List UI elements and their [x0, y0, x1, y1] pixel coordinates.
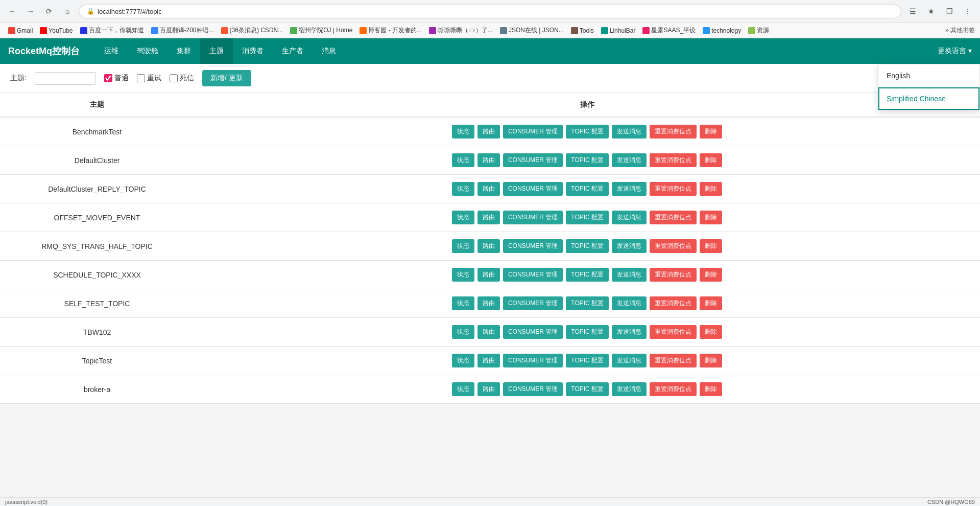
delete-button[interactable]: 删除 [700, 354, 722, 367]
zoom-button[interactable]: ❐ [942, 4, 957, 18]
topic-search-input[interactable] [35, 72, 96, 85]
delete-button[interactable]: 删除 [700, 325, 722, 339]
bookmark-item[interactable]: Gmail [5, 25, 36, 36]
delete-button[interactable]: 删除 [700, 268, 722, 282]
delete-button[interactable]: 删除 [700, 296, 722, 310]
consumer-manage-button[interactable]: CONSUMER 管理 [503, 296, 563, 310]
bookmark-item[interactable]: 百度翻译-200种语... [148, 25, 217, 36]
send-msg-button[interactable]: 发送消息 [612, 268, 647, 282]
reset-consumer-button[interactable]: 重置消费位点 [650, 268, 697, 282]
menu-button[interactable]: ⋮ [961, 4, 975, 18]
route-button[interactable]: 路由 [477, 296, 500, 310]
home-button[interactable]: ⌂ [60, 4, 75, 18]
bookmark-item[interactable]: YouTube [37, 25, 76, 36]
topic-config-button[interactable]: TOPIC 配置 [566, 296, 609, 310]
bookmark-item[interactable]: 百度一下，你就知道 [77, 25, 147, 36]
lang-switch[interactable]: 更换语言 ▾ [938, 47, 972, 56]
extensions-button[interactable]: ☰ [905, 4, 920, 18]
send-msg-button[interactable]: 发送消息 [612, 125, 647, 139]
forward-button[interactable]: → [23, 4, 38, 18]
send-msg-button[interactable]: 发送消息 [612, 239, 647, 253]
status-button[interactable]: 状态 [452, 239, 474, 253]
send-msg-button[interactable]: 发送消息 [612, 153, 647, 167]
nav-item-consumer[interactable]: 消费者 [233, 38, 273, 64]
checkbox-retry[interactable] [137, 74, 145, 82]
bookmark-item[interactable]: 宿州学院OJ | Home [287, 25, 355, 36]
send-msg-button[interactable]: 发送消息 [612, 211, 647, 224]
status-button[interactable]: 状态 [452, 325, 474, 339]
delete-button[interactable]: 删除 [700, 153, 722, 167]
delete-button[interactable]: 删除 [700, 182, 722, 196]
checkbox-dead[interactable] [170, 74, 178, 82]
send-msg-button[interactable]: 发送消息 [612, 296, 647, 310]
reset-consumer-button[interactable]: 重置消费位点 [650, 296, 697, 310]
nav-item-message[interactable]: 消息 [313, 38, 345, 64]
status-button[interactable]: 状态 [452, 153, 474, 167]
status-button[interactable]: 状态 [452, 382, 474, 396]
consumer-manage-button[interactable]: CONSUMER 管理 [503, 239, 563, 253]
route-button[interactable]: 路由 [477, 325, 500, 339]
topic-config-button[interactable]: TOPIC 配置 [566, 239, 609, 253]
topic-config-button[interactable]: TOPIC 配置 [566, 382, 609, 396]
reset-consumer-button[interactable]: 重置消费位点 [650, 382, 697, 396]
consumer-manage-button[interactable]: CONSUMER 管理 [503, 268, 563, 282]
topic-config-button[interactable]: TOPIC 配置 [566, 268, 609, 282]
send-msg-button[interactable]: 发送消息 [612, 354, 647, 367]
topic-config-button[interactable]: TOPIC 配置 [566, 182, 609, 196]
bookmark-item[interactable]: technology [700, 25, 744, 36]
checkbox-normal[interactable] [104, 74, 112, 82]
send-msg-button[interactable]: 发送消息 [612, 182, 647, 196]
delete-button[interactable]: 删除 [700, 382, 722, 396]
bookmark-item[interactable]: 星露SAAS_平设 [639, 25, 699, 36]
back-button[interactable]: ← [5, 4, 19, 18]
address-bar[interactable]: 🔒 localhost:7777/#/topic [79, 5, 901, 18]
nav-item-cluster[interactable]: 集群 [168, 38, 200, 64]
bookmark-item[interactable]: 资源 [745, 25, 772, 36]
topic-config-button[interactable]: TOPIC 配置 [566, 153, 609, 167]
more-bookmarks[interactable]: » 其他书签 [945, 26, 975, 35]
nav-item-ops[interactable]: 运维 [95, 38, 128, 64]
route-button[interactable]: 路由 [477, 153, 500, 167]
reset-consumer-button[interactable]: 重置消费位点 [650, 239, 697, 253]
delete-button[interactable]: 删除 [700, 239, 722, 253]
consumer-manage-button[interactable]: CONSUMER 管理 [503, 354, 563, 367]
add-update-button[interactable]: 新增/ 更新 [202, 70, 251, 86]
nav-item-producer[interactable]: 生产者 [273, 38, 313, 64]
reset-consumer-button[interactable]: 重置消费位点 [650, 354, 697, 367]
lang-option-english[interactable]: English [878, 64, 979, 87]
reload-button[interactable]: ⟳ [42, 4, 56, 18]
status-button[interactable]: 状态 [452, 211, 474, 224]
bookmark-item[interactable]: LinhuiBar [598, 25, 639, 36]
bookmark-item[interactable]: 嘶嘶嘶嘶（·□·）了... [426, 25, 496, 36]
route-button[interactable]: 路由 [477, 239, 500, 253]
reset-consumer-button[interactable]: 重置消费位点 [650, 182, 697, 196]
status-button[interactable]: 状态 [452, 354, 474, 367]
bookmark-item[interactable]: 博客园 - 开发者的... [356, 25, 425, 36]
reset-consumer-button[interactable]: 重置消费位点 [650, 211, 697, 224]
consumer-manage-button[interactable]: CONSUMER 管理 [503, 125, 563, 139]
status-button[interactable]: 状态 [452, 182, 474, 196]
route-button[interactable]: 路由 [477, 354, 500, 367]
bookmark-button[interactable]: ★ [924, 4, 938, 18]
route-button[interactable]: 路由 [477, 125, 500, 139]
bookmark-item[interactable]: (36条消息) CSDN... [218, 25, 286, 36]
topic-config-button[interactable]: TOPIC 配置 [566, 325, 609, 339]
send-msg-button[interactable]: 发送消息 [612, 325, 647, 339]
status-button[interactable]: 状态 [452, 268, 474, 282]
consumer-manage-button[interactable]: CONSUMER 管理 [503, 182, 563, 196]
nav-item-topic[interactable]: 主题 [200, 38, 233, 64]
nav-item-cockpit[interactable]: 驾驶舱 [128, 38, 168, 64]
route-button[interactable]: 路由 [477, 211, 500, 224]
route-button[interactable]: 路由 [477, 382, 500, 396]
reset-consumer-button[interactable]: 重置消费位点 [650, 153, 697, 167]
reset-consumer-button[interactable]: 重置消费位点 [650, 325, 697, 339]
consumer-manage-button[interactable]: CONSUMER 管理 [503, 382, 563, 396]
status-button[interactable]: 状态 [452, 296, 474, 310]
consumer-manage-button[interactable]: CONSUMER 管理 [503, 153, 563, 167]
topic-config-button[interactable]: TOPIC 配置 [566, 354, 609, 367]
app-title[interactable]: RocketMq控制台 [8, 45, 80, 57]
delete-button[interactable]: 删除 [700, 125, 722, 139]
route-button[interactable]: 路由 [477, 268, 500, 282]
send-msg-button[interactable]: 发送消息 [612, 382, 647, 396]
topic-config-button[interactable]: TOPIC 配置 [566, 211, 609, 224]
